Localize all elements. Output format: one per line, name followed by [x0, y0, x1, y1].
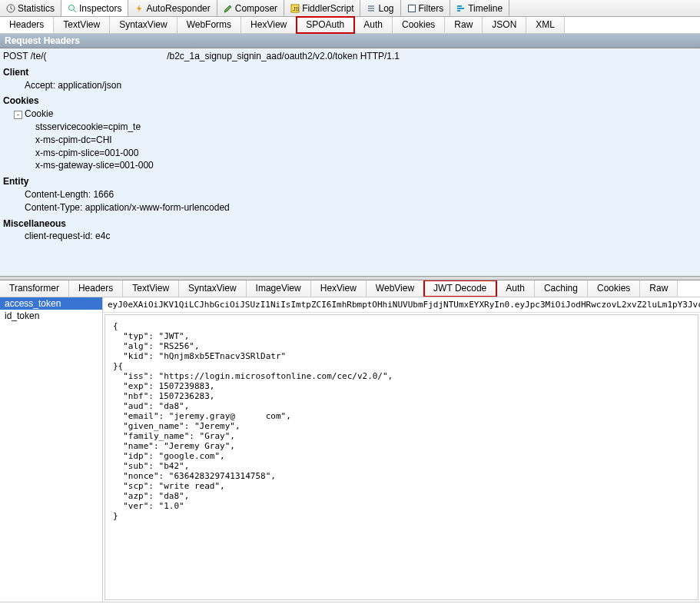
svg-rect-4 — [408, 5, 415, 12]
tab-log[interactable]: Log — [360, 0, 400, 16]
cookie-item: x-ms-cpim-slice=001-000 — [3, 147, 697, 160]
header-item: client-request-id: e4c — [3, 230, 697, 243]
list-icon — [367, 4, 376, 13]
req-tab-cookies[interactable]: Cookies — [393, 17, 445, 33]
tab-autoresponder[interactable]: AutoResponder — [128, 0, 217, 16]
tab-composer[interactable]: Composer — [217, 0, 284, 16]
req-tab-syntaxview[interactable]: SyntaxView — [110, 17, 177, 33]
resp-tab-auth[interactable]: Auth — [496, 280, 535, 297]
resp-tab-webview[interactable]: WebView — [367, 280, 424, 297]
token-list: access_token id_token — [0, 297, 103, 602]
token-item-access[interactable]: access_token — [0, 297, 102, 310]
request-headers-title: Request Headers — [0, 34, 700, 48]
svg-text:JS: JS — [293, 6, 300, 12]
header-group-misc: Miscellaneous — [3, 217, 697, 231]
req-tab-json[interactable]: JSON — [483, 17, 526, 33]
tab-timeline[interactable]: Timeline — [450, 0, 509, 16]
lightning-icon — [134, 4, 144, 13]
req-tab-xml[interactable]: XML — [526, 17, 565, 33]
resp-tab-hexview[interactable]: HexView — [311, 280, 367, 297]
checkbox-icon — [407, 4, 416, 13]
request-tab-bar: Headers TextView SyntaxView WebForms Hex… — [0, 17, 700, 34]
cookie-item: x-ms-gateway-slice=001-000 — [3, 159, 697, 172]
token-decoded-field[interactable]: { "typ": "JWT", "alg": "RS256", "kid": "… — [105, 314, 698, 600]
resp-tab-headers[interactable]: Headers — [69, 280, 123, 297]
response-tab-bar: Transformer Headers TextView SyntaxView … — [0, 280, 700, 297]
header-item: Accept: application/json — [3, 79, 697, 92]
tab-inspectors[interactable]: Inspectors — [61, 0, 128, 16]
tab-label: AutoResponder — [146, 3, 210, 14]
magnifier-icon — [68, 4, 77, 13]
resp-tab-cookies[interactable]: Cookies — [588, 280, 640, 297]
header-item: Content-Length: 1666 — [3, 188, 697, 201]
req-tab-auth[interactable]: Auth — [354, 17, 393, 33]
tab-label: Filters — [419, 3, 444, 14]
tab-statistics[interactable]: Statistics — [0, 0, 61, 16]
cookie-node-label: Cookie — [25, 108, 53, 119]
resp-tab-transformer[interactable]: Transformer — [0, 280, 69, 297]
token-item-id[interactable]: id_token — [0, 310, 102, 322]
req-tab-textview[interactable]: TextView — [54, 17, 110, 33]
tab-label: Inspectors — [79, 3, 121, 14]
request-method-path: POST /te/( — [3, 51, 46, 61]
cookie-node[interactable]: -Cookie — [3, 108, 697, 121]
req-tab-raw[interactable]: Raw — [445, 17, 483, 33]
req-tab-webforms[interactable]: WebForms — [177, 17, 241, 33]
resp-tab-imageview[interactable]: ImageView — [247, 280, 311, 297]
tab-label: FiddlerScript — [302, 3, 353, 14]
jwt-decode-pane: access_token id_token eyJ0eXAiOiJKV1QiLC… — [0, 297, 700, 602]
resp-tab-textview[interactable]: TextView — [123, 280, 179, 297]
req-tab-spoauth[interactable]: SPOAuth — [297, 17, 354, 33]
resp-tab-jwtdecode[interactable]: JWT Decode — [424, 280, 496, 297]
header-group-cookies: Cookies — [3, 95, 697, 108]
clock-icon — [6, 4, 15, 13]
request-path-rest: /b2c_1a_signup_signin_aad/oauth2/v2.0/to… — [167, 51, 400, 61]
resp-tab-raw[interactable]: Raw — [640, 280, 678, 297]
cookie-item: x-ms-cpim-dc=CHI — [3, 134, 697, 147]
header-group-client: Client — [3, 66, 697, 79]
tab-label: Log — [378, 3, 393, 14]
timeline-icon — [456, 4, 466, 13]
tab-label: Statistics — [18, 3, 55, 14]
collapse-icon[interactable]: - — [14, 111, 22, 119]
header-item: Content-Type: application/x-www-form-url… — [3, 201, 697, 214]
token-content-pane: eyJ0eXAiOiJKV1QiLCJhbGciOiJSUzI1NiIsImtp… — [103, 297, 700, 602]
req-tab-headers[interactable]: Headers — [0, 17, 54, 33]
token-raw-field[interactable]: eyJ0eXAiOiJKV1QiLCJhbGciOiJSUzI1NiIsImtp… — [103, 297, 700, 313]
main-tab-bar: Statistics Inspectors AutoResponder Comp… — [0, 0, 700, 17]
tab-filters[interactable]: Filters — [401, 0, 451, 16]
svg-point-1 — [69, 5, 75, 10]
script-icon: JS — [290, 4, 300, 13]
header-group-entity: Entity — [3, 175, 697, 188]
request-line: POST /te/( /b2c_1a_signup_signin_aad/oau… — [3, 50, 697, 63]
request-headers-pane: POST /te/( /b2c_1a_signup_signin_aad/oau… — [0, 48, 700, 276]
req-tab-hexview[interactable]: HexView — [241, 17, 297, 33]
tab-label: Composer — [235, 3, 277, 14]
edit-icon — [224, 4, 233, 13]
tab-label: Timeline — [468, 3, 503, 14]
cookie-item: stsservicecookie=cpim_te — [3, 121, 697, 134]
resp-tab-syntaxview[interactable]: SyntaxView — [179, 280, 246, 297]
resp-tab-caching[interactable]: Caching — [535, 280, 588, 297]
tab-fiddlerscript[interactable]: JS FiddlerScript — [284, 0, 360, 16]
